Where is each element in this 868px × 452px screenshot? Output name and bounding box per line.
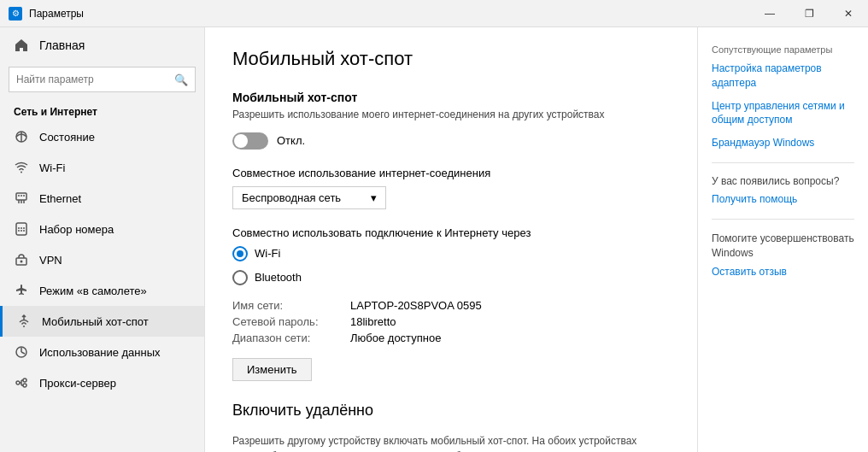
sidebar-item-wifi[interactable]: Wi-Fi xyxy=(0,152,204,183)
titlebar-title: Параметры xyxy=(29,8,84,20)
airplane-icon xyxy=(14,283,29,298)
radio-bluetooth-label: Bluetooth xyxy=(255,271,302,284)
sidebar-item-label: Wi-Fi xyxy=(39,161,65,174)
band-label: Диапазон сети: xyxy=(232,332,343,344)
home-icon xyxy=(14,38,29,53)
status-icon xyxy=(14,129,29,144)
dropdown-arrow-icon: ▾ xyxy=(371,191,377,204)
info-grid: Имя сети: LAPTOP-20S8PVOA 0595 Сетевой п… xyxy=(232,299,670,344)
minimize-button[interactable]: — xyxy=(750,0,789,27)
sidebar-section-title: Сеть и Интернет xyxy=(0,99,204,121)
titlebar-controls: — ❐ ✕ xyxy=(750,0,868,27)
sidebar-item-status[interactable]: Состояние xyxy=(0,121,204,152)
main-content: Мобильный хот-спот Мобильный хот-спот Ра… xyxy=(205,27,697,452)
info-row-band: Диапазон сети: Любое доступное xyxy=(232,332,670,344)
svg-point-16 xyxy=(23,384,26,387)
hotspot-icon xyxy=(16,314,32,329)
firewall-link[interactable]: Брандмауэр Windows xyxy=(712,136,854,150)
toggle-label: Откл. xyxy=(277,134,305,147)
restore-button[interactable]: ❐ xyxy=(789,0,829,27)
datausage-icon xyxy=(14,344,29,360)
svg-point-6 xyxy=(23,227,25,229)
home-label: Главная xyxy=(39,38,85,52)
sidebar-item-vpn[interactable]: VPN xyxy=(0,244,204,275)
hotspot-desc: Разрешить использование моего интернет-с… xyxy=(232,108,670,122)
sidebar: Главная 🔍 Сеть и Интернет Состояние xyxy=(0,27,205,452)
toggle-row: Откл. xyxy=(232,132,670,150)
hotspot-section-title: Мобильный хот-спот xyxy=(232,91,670,104)
improve-title: Помогите усовершенствовать Windows xyxy=(712,232,854,261)
right-panel: Сопутствующие параметры Настройка параме… xyxy=(697,27,868,452)
sidebar-item-proxy[interactable]: Прокси-сервер xyxy=(0,367,204,398)
app-body: Главная 🔍 Сеть и Интернет Состояние xyxy=(0,27,868,452)
adapter-settings-link[interactable]: Настройка параметров адаптера xyxy=(712,62,854,91)
radio-bluetooth-circle xyxy=(232,270,248,285)
sharing-dropdown[interactable]: Беспроводная сеть ▾ xyxy=(232,186,386,209)
sidebar-search[interactable]: 🔍 xyxy=(9,67,196,92)
sidebar-item-hotspot[interactable]: Мобильный хот-спот xyxy=(0,306,204,337)
svg-rect-2 xyxy=(16,193,26,200)
info-row-ssid: Имя сети: LAPTOP-20S8PVOA 0595 xyxy=(232,299,670,312)
wifi-icon xyxy=(14,160,29,175)
band-value: Любое доступное xyxy=(350,332,441,344)
radio-group: Wi-Fi Bluetooth xyxy=(232,246,670,285)
dial-icon xyxy=(14,221,29,237)
radio-wifi-circle xyxy=(232,246,248,261)
radio-wifi[interactable]: Wi-Fi xyxy=(232,246,670,261)
dropdown-value: Беспроводная сеть xyxy=(242,191,341,204)
vpn-icon xyxy=(14,252,29,267)
sidebar-item-label: Набор номера xyxy=(39,223,114,236)
connection-title: Совместно использовать подключение к Инт… xyxy=(232,226,670,239)
titlebar-left: ⚙ Параметры xyxy=(9,7,84,21)
network-center-link[interactable]: Центр управления сетями и общим доступом xyxy=(712,99,854,128)
app-icon: ⚙ xyxy=(9,7,22,21)
svg-point-4 xyxy=(18,227,20,229)
hotspot-toggle[interactable] xyxy=(232,132,268,150)
sidebar-item-label: Ethernet xyxy=(39,192,81,205)
svg-point-12 xyxy=(23,326,25,327)
remote-section-title: Включить удалённо xyxy=(232,402,670,420)
svg-point-8 xyxy=(21,230,22,232)
search-input[interactable] xyxy=(16,73,174,85)
sidebar-item-ethernet[interactable]: Ethernet xyxy=(0,183,204,214)
remote-desc: Разрешить другому устройству включать мо… xyxy=(232,433,670,452)
sidebar-item-label: Использование данных xyxy=(39,346,161,359)
password-label: Сетевой пароль: xyxy=(232,315,343,328)
divider-2 xyxy=(712,219,854,220)
sidebar-item-dial[interactable]: Набор номера xyxy=(0,214,204,244)
sidebar-item-label: VPN xyxy=(39,254,62,267)
svg-point-11 xyxy=(21,261,23,263)
svg-point-14 xyxy=(16,381,20,384)
feedback-link[interactable]: Оставить отзыв xyxy=(712,265,854,279)
sidebar-item-airplane[interactable]: Режим «в самолете» xyxy=(0,275,204,306)
sidebar-item-label: Прокси-сервер xyxy=(39,377,116,390)
sharing-title: Совместное использование интернет-соедин… xyxy=(232,167,670,179)
svg-point-9 xyxy=(23,230,25,232)
svg-point-1 xyxy=(21,172,22,173)
page-title: Мобильный хот-спот xyxy=(232,48,670,70)
sidebar-item-label: Мобильный хот-спот xyxy=(42,315,149,328)
proxy-icon xyxy=(14,375,29,390)
close-button[interactable]: ✕ xyxy=(829,0,868,27)
sidebar-item-label: Состояние xyxy=(39,131,95,144)
questions-title: У вас появились вопросы? xyxy=(712,175,854,187)
ethernet-icon xyxy=(14,191,29,206)
toggle-knob xyxy=(234,134,248,148)
sidebar-item-datausage[interactable]: Использование данных xyxy=(0,337,204,367)
dropdown-section: Совместное использование интернет-соедин… xyxy=(232,167,670,209)
divider-1 xyxy=(712,162,854,163)
password-value: 18libretto xyxy=(350,315,396,328)
change-button[interactable]: Изменить xyxy=(232,358,312,381)
ssid-value: LAPTOP-20S8PVOA 0595 xyxy=(350,299,482,312)
sidebar-home[interactable]: Главная xyxy=(0,27,204,63)
ssid-label: Имя сети: xyxy=(232,299,343,312)
svg-point-7 xyxy=(18,230,20,232)
search-icon: 🔍 xyxy=(174,73,188,86)
radio-bluetooth[interactable]: Bluetooth xyxy=(232,270,670,285)
related-params-title: Сопутствующие параметры xyxy=(712,44,854,55)
help-link[interactable]: Получить помощь xyxy=(712,192,854,207)
info-row-password: Сетевой пароль: 18libretto xyxy=(232,315,670,328)
svg-point-5 xyxy=(21,227,22,229)
radio-wifi-label: Wi-Fi xyxy=(255,247,280,260)
svg-point-15 xyxy=(23,379,26,382)
